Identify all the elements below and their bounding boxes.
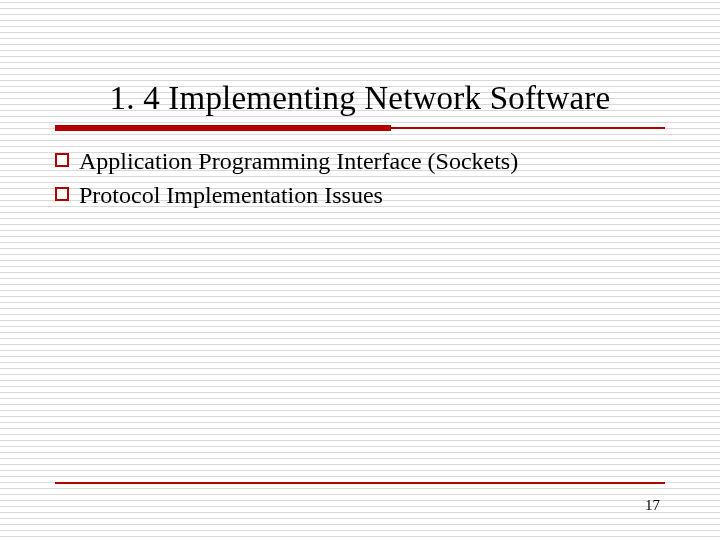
footer-underline [55, 482, 665, 484]
slide-title: 1. 4 Implementing Network Software [55, 80, 665, 117]
title-underline [55, 125, 665, 131]
page-number: 17 [645, 497, 660, 514]
slide: 1. 4 Implementing Network Software Appli… [0, 0, 720, 540]
bullet-list: Application Programming Interface (Socke… [55, 145, 665, 212]
bullet-text: Application Programming Interface (Socke… [79, 145, 665, 177]
list-item: Application Programming Interface (Socke… [55, 145, 665, 177]
bullet-text: Protocol Implementation Issues [79, 179, 665, 211]
checkbox-icon [55, 187, 69, 201]
checkbox-icon [55, 153, 69, 167]
list-item: Protocol Implementation Issues [55, 179, 665, 211]
